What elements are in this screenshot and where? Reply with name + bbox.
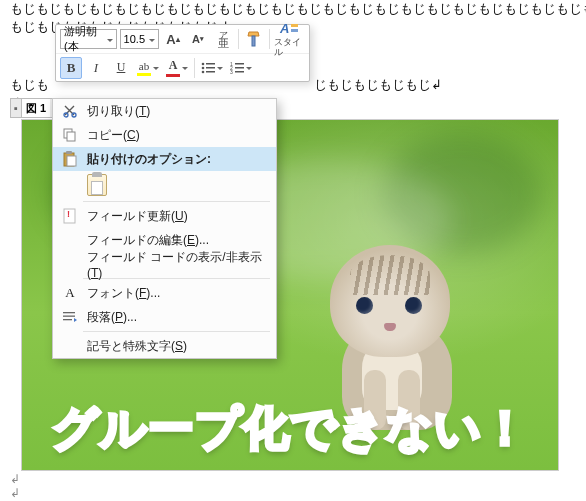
svg-rect-21 [66,151,72,154]
separator [83,331,270,332]
label: 切り取り(T) [87,103,266,120]
kitten-illustration [302,225,492,425]
label: 記号と特殊文字(S) [87,338,266,355]
paste-keep-text-icon [87,174,107,196]
svg-point-8 [202,70,205,73]
blank-icon [59,231,81,249]
label: 貼り付けのオプション: [87,151,266,168]
svg-rect-5 [206,63,215,65]
font-size-combo[interactable]: 10.5 [120,29,159,49]
ctx-paste-option-keep-text[interactable] [53,171,276,199]
svg-rect-0 [252,36,255,46]
italic-button[interactable]: I [85,57,107,79]
blank-icon [59,337,81,355]
label: 段落(P)... [87,309,266,326]
style-label: スタイル [274,37,305,57]
label: A [192,33,200,45]
ruby-icon: ア 亜 [218,31,229,47]
text-line: もじもじもじもじもじもじもじもじもじもじもじもじもじもじもじもじもじもじもじもじ… [0,0,586,18]
separator [83,201,270,202]
svg-rect-11 [235,63,244,65]
blank-icon [59,255,81,273]
paragraph-marks: ↲↲ [10,472,20,500]
separator [238,29,239,49]
svg-rect-15 [235,71,244,73]
refresh-page-icon: ! [59,207,81,225]
increase-font-button[interactable]: A▴ [162,28,184,50]
highlight-swatch [137,73,151,76]
font-color-swatch [166,74,180,77]
text-run: じもじもじもじもじ↲ [314,77,442,92]
scissors-icon [59,102,81,120]
anchor-icon: ▪ [11,102,21,114]
highlight-color-button[interactable]: ab [135,57,161,79]
bullet-list-button[interactable] [199,57,225,79]
separator [194,58,195,78]
ctx-toggle-field-codes[interactable]: フィールド コードの表示/非表示(T) [53,252,276,276]
ctx-font[interactable]: A フォント(F)... [53,281,276,305]
ctx-copy[interactable]: コピー(C) [53,123,276,147]
style-icon: A [279,21,299,35]
svg-rect-2 [291,24,298,27]
mini-toolbar: 游明朝 (本 10.5 A▴ A▾ ア 亜 A [55,24,310,82]
separator [269,29,270,49]
svg-text:A: A [279,21,289,35]
svg-rect-13 [235,67,244,69]
svg-point-6 [202,66,205,69]
ctx-paragraph[interactable]: 段落(P)... [53,305,276,329]
ctx-symbols[interactable]: 記号と特殊文字(S) [53,334,276,358]
text-run: もじも [10,77,49,92]
paragraph-icon [59,308,81,326]
font-name-combo[interactable]: 游明朝 (本 [60,29,117,49]
svg-rect-25 [63,312,75,313]
label: フィールド コードの表示/非表示(T) [87,249,266,280]
svg-rect-27 [63,319,72,320]
label: フィールド更新(U) [87,208,266,225]
caption-text: 図 1 [21,99,50,117]
font-size-value: 10.5 [124,33,145,45]
underline-button[interactable]: U [110,57,132,79]
svg-point-4 [202,62,205,65]
phonetic-guide-button[interactable]: ア 亜 [212,28,234,50]
font-a-icon: A [59,284,81,302]
clipboard-icon [59,150,81,168]
font-color-button[interactable]: A [164,57,190,79]
label: コピー(C) [87,127,266,144]
svg-rect-3 [291,29,298,32]
label: フォント(F)... [87,285,266,302]
ctx-paste-options-header[interactable]: 貼り付けのオプション: [53,147,276,171]
bold-button[interactable]: B [60,57,82,79]
overlay-warning-text: グループ化できない！ [22,398,558,460]
svg-rect-22 [67,156,76,166]
numbered-list-button[interactable]: 123 [228,57,254,79]
svg-rect-7 [206,67,215,69]
styles-button[interactable]: A スタイル [274,21,305,57]
font-name-value: 游明朝 (本 [64,24,105,54]
svg-text:3: 3 [230,69,233,74]
svg-rect-26 [63,316,75,317]
svg-rect-19 [67,132,75,141]
context-menu: 切り取り(T) コピー(C) 貼り付けのオプション: ! フィールド更新(U) … [52,98,277,359]
copy-icon [59,126,81,144]
label: A [166,32,175,47]
label: フィールドの編集(E)... [87,232,266,249]
svg-text:!: ! [67,209,70,219]
svg-rect-9 [206,71,215,73]
ctx-update-field[interactable]: ! フィールド更新(U) [53,204,276,228]
decrease-font-button[interactable]: A▾ [187,28,209,50]
svg-point-16 [64,113,68,117]
format-painter-button[interactable] [243,28,265,50]
brush-icon [246,30,262,48]
ctx-cut[interactable]: 切り取り(T) [53,99,276,123]
